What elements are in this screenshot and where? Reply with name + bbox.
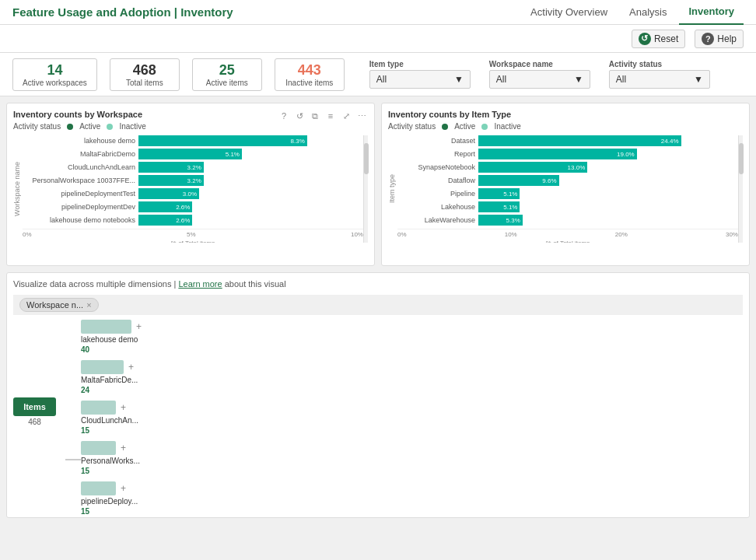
root-node: Items 468 <box>13 397 56 426</box>
child-label: PersonalWorks... <box>81 457 142 465</box>
reset-button[interactable]: ↺ Reset <box>632 30 685 48</box>
bar-fill: 19.0% <box>478 149 637 159</box>
nav-inventory[interactable]: Inventory <box>679 0 744 25</box>
chart-body-left: Workspace name lakehouse demo 8.3% Malta… <box>13 135 368 243</box>
child-value: 40 <box>81 345 142 354</box>
child-bar <box>81 401 116 415</box>
chart-title-right: Inventory counts by Item Type <box>388 110 743 119</box>
x-axis-right: 0% 10% 20% 30% <box>397 229 738 238</box>
child-nodes: + lakehouse demo 40 + MaltaFabricDe... 2… <box>81 320 142 518</box>
scrollbar-right-chart[interactable] <box>738 135 743 243</box>
chip-close-icon[interactable]: × <box>86 300 91 310</box>
filter-icon[interactable]: ≡ <box>324 110 337 122</box>
chevron-down-icon: ▼ <box>694 74 703 85</box>
child-label: MaltaFabricDe... <box>81 376 142 384</box>
bar-fill: 8.3% <box>138 135 307 146</box>
inactive-legend-dot-right <box>481 124 488 130</box>
table-row: Lakehouse 5.1% <box>397 201 738 212</box>
expand-node-icon[interactable]: + <box>121 483 126 494</box>
header: Feature Usage and Adoption | Inventory A… <box>0 0 756 25</box>
scrollbar-left-chart[interactable] <box>363 135 368 243</box>
subheader: ↺ Reset ? Help <box>0 25 756 53</box>
bar-chart-left: lakehouse demo 8.3% MaltaFabricDemo 5.1% <box>23 135 363 226</box>
root-node-label: Items <box>13 397 56 416</box>
child-value: 15 <box>81 507 142 516</box>
copy-icon[interactable]: ⧉ <box>309 110 321 122</box>
expand-icon[interactable]: ⤢ <box>340 110 352 122</box>
summary-card-active-workspaces: 14 Active workspaces <box>12 58 97 91</box>
top-nav: Activity Overview Analysis Inventory <box>521 0 744 25</box>
help-icon: ? <box>702 33 714 45</box>
page-title: Feature Usage and Adoption | Inventory <box>12 5 233 19</box>
nav-analysis[interactable]: Analysis <box>620 0 676 25</box>
bar-fill: 9.6% <box>478 175 559 186</box>
viz-panel: Visualize data across multiple dimension… <box>6 272 750 518</box>
table-row: lakehouse demo 8.3% <box>23 135 363 146</box>
child-label: pipelineDeploy... <box>81 497 142 506</box>
x-axis-label-left: % of Total items <box>23 240 363 243</box>
root-node-value: 468 <box>28 418 41 426</box>
main-content: ? ↺ ⧉ ≡ ⤢ ⋯ Inventory counts by Workspac… <box>0 96 756 524</box>
scrollbar-thumb <box>364 143 369 174</box>
table-row: Dataflow 9.6% <box>397 175 738 186</box>
expand-node-icon[interactable]: + <box>136 321 142 332</box>
list-item: + CloudLunchAn... 15 <box>81 401 142 435</box>
bar-fill: 5.1% <box>138 149 242 159</box>
inactive-legend-dot <box>107 124 113 130</box>
learn-more-link[interactable]: Learn more <box>178 279 222 289</box>
child-value: 24 <box>81 386 142 394</box>
child-label: CloudLunchAn... <box>81 416 142 425</box>
table-row: pipelineDeploymentDev 2.6% <box>23 201 363 212</box>
refresh-icon[interactable]: ↺ <box>293 110 306 122</box>
bar-fill: 2.6% <box>138 215 192 226</box>
y-axis-label-right: Item type <box>388 174 396 203</box>
table-row: CloudLunchAndLearn 3.2% <box>23 162 363 173</box>
table-row: LakeWarehouse 5.3% <box>397 215 738 226</box>
active-legend-dot-right <box>442 124 448 130</box>
decomposition-tree: Items 468 + lakehouse demo 40 + <box>13 320 743 518</box>
table-row: Report 19.0% <box>397 149 738 159</box>
charts-row: ? ↺ ⧉ ≡ ⤢ ⋯ Inventory counts by Workspac… <box>6 103 750 266</box>
child-value: 15 <box>81 426 142 435</box>
bar-fill: 5.1% <box>478 201 520 212</box>
list-item: + PersonalWorks... 15 <box>81 441 142 475</box>
child-bar <box>81 360 124 374</box>
table-row: pipelineDeploymentTest 3.0% <box>23 188 363 199</box>
child-bar <box>81 320 131 334</box>
table-row: PersonalWorkspace 10037FFE... 3.2% <box>23 175 363 186</box>
bar-fill: 5.3% <box>478 215 523 226</box>
filter-workspace-name: Workspace name All ▼ <box>489 60 590 89</box>
info-icon[interactable]: ? <box>278 110 290 122</box>
table-row: MaltaFabricDemo 5.1% <box>23 149 363 159</box>
chart-legend-right: Activity status Active Inactive <box>388 122 743 131</box>
workspace-filter-chip[interactable]: Workspace n... × <box>19 298 99 312</box>
summary-card-total-items: 468 Total items <box>110 58 180 91</box>
bar-fill: 3.2% <box>138 175 204 186</box>
filter-activity-select[interactable]: All ▼ <box>609 70 710 89</box>
filter-item-type-select[interactable]: All ▼ <box>369 70 471 89</box>
more-icon[interactable]: ⋯ <box>355 110 368 122</box>
expand-node-icon[interactable]: + <box>121 443 126 453</box>
expand-node-icon[interactable]: + <box>121 402 126 413</box>
expand-node-icon[interactable]: + <box>128 362 134 373</box>
help-button[interactable]: ? Help <box>695 30 744 48</box>
chart-body-right: Item type Dataset 24.4% Report 19.0% <box>388 135 743 243</box>
x-axis-left: 0% 5% 10% <box>23 229 363 238</box>
summary-card-inactive-items: 443 Inactive items <box>275 58 345 91</box>
chevron-down-icon: ▼ <box>454 74 464 85</box>
bar-fill: 24.4% <box>478 135 681 146</box>
bar-fill: 13.0% <box>478 162 587 173</box>
y-axis-label-left: Workspace name <box>13 162 21 216</box>
filter-workspace-select[interactable]: All ▼ <box>489 70 590 89</box>
chart-inventory-by-workspace: ? ↺ ⧉ ≡ ⤢ ⋯ Inventory counts by Workspac… <box>6 103 375 266</box>
tree-connector <box>65 459 81 460</box>
nav-activity-overview[interactable]: Activity Overview <box>521 0 617 25</box>
bar-fill: 2.6% <box>138 201 192 212</box>
chart-legend-left: Activity status Active Inactive <box>13 122 368 131</box>
bar-fill: 3.2% <box>138 162 204 173</box>
list-item: + lakehouse demo 40 <box>81 320 142 354</box>
table-row: Dataset 24.4% <box>397 135 738 146</box>
chevron-down-icon: ▼ <box>574 74 583 85</box>
bar-fill: 3.0% <box>138 188 199 199</box>
filter-activity-status: Activity status All ▼ <box>609 60 710 89</box>
